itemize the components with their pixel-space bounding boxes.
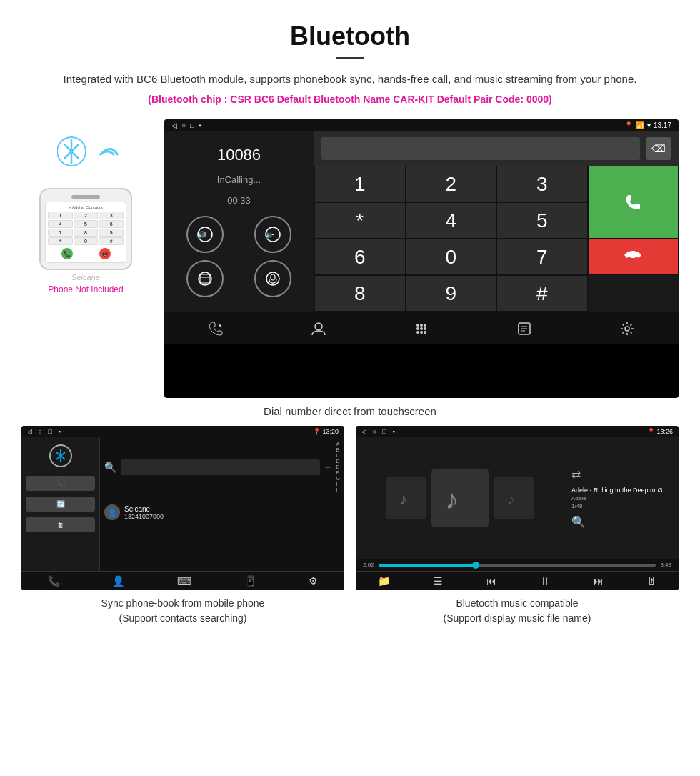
dial-key-6[interactable]: 6 — [99, 220, 124, 228]
pb-nav-settings-icon[interactable]: ⚙ — [309, 575, 318, 587]
alpha-i[interactable]: I — [336, 487, 340, 492]
backspace-button[interactable]: ⌫ — [646, 137, 671, 160]
bluetooth-symbol-icon — [57, 134, 86, 169]
phone-mockup: + Add to Contacts 1 2 3 4 5 6 7 8 9 * 0 … — [39, 188, 132, 270]
numpad-3[interactable]: 3 — [496, 166, 588, 202]
phone-end-button[interactable]: 📵 — [99, 248, 111, 259]
ms-progress-bar: 2:02 3:49 — [356, 559, 679, 571]
ms-artwork-area: ♪ ♪ ♪ — [356, 437, 564, 559]
phonebook-caption-line2: (Support contacts searching) — [119, 612, 247, 624]
dialpad-nav-icon — [414, 321, 429, 337]
phone-call-button[interactable]: 📞 — [61, 248, 73, 259]
pb-nav-call-icon[interactable]: 📞 — [48, 575, 60, 587]
alpha-d[interactable]: D — [336, 459, 340, 464]
ms-playlist-icon[interactable]: ☰ — [434, 575, 443, 587]
dialer-right-panel: ⌫ 1 2 3 * 4 5 6 0 7 8 9 # — [314, 131, 679, 312]
numpad-6[interactable]: 6 — [314, 239, 406, 275]
volume-up-button[interactable]: + 🔊 — [186, 216, 224, 253]
pb-home-icon[interactable]: ○ — [39, 428, 42, 435]
main-dialer-screenshot: ◁ ○ □ ▪ 📍 📶 ▾ 13:17 10086 InCalling... 0… — [164, 119, 679, 398]
pb-status-right: 📍 13:20 — [313, 428, 339, 435]
pb-sync-button[interactable]: 🔄 — [26, 497, 95, 512]
ms-equalizer-icon[interactable]: 🎚 — [647, 575, 657, 587]
dial-key-star[interactable]: * — [48, 237, 73, 245]
volume-down-button[interactable]: - 🔉 — [254, 216, 291, 253]
contact-info: Seicane 13241007000 — [124, 505, 164, 520]
pb-nav-phone-icon[interactable]: 📱 — [244, 575, 256, 587]
numpad-7[interactable]: 7 — [496, 239, 588, 275]
back-nav-icon[interactable]: ◁ — [171, 121, 177, 129]
dial-key-2[interactable]: 2 — [74, 212, 99, 219]
numpad-hash[interactable]: # — [496, 275, 588, 312]
alpha-g[interactable]: G — [336, 476, 340, 481]
dialer-status: InCalling... — [217, 174, 261, 185]
dial-key-1[interactable]: 1 — [48, 212, 73, 219]
dial-key-9[interactable]: 9 — [99, 229, 124, 237]
numpad-1[interactable]: 1 — [314, 166, 406, 202]
ms-play-pause-icon[interactable]: ⏸ — [540, 575, 550, 587]
ms-folder-icon[interactable]: 📁 — [378, 575, 390, 587]
dialer-left-panel: 10086 InCalling... 00:33 + 🔊 - — [164, 131, 314, 312]
ms-shuffle-icon[interactable]: ⇄ — [571, 467, 671, 481]
phone-transfer-button[interactable] — [186, 260, 224, 297]
numpad-2[interactable]: 2 — [406, 166, 497, 202]
svg-point-20 — [424, 327, 426, 330]
dial-key-hash[interactable]: # — [99, 237, 124, 245]
dialer-input-field[interactable] — [321, 137, 640, 160]
pb-nav-contacts-icon[interactable]: 👤 — [112, 575, 124, 587]
nav-contacts-icon[interactable] — [299, 315, 338, 342]
alpha-a[interactable]: A — [336, 442, 340, 447]
pb-delete-button[interactable]: 🗑 — [26, 517, 95, 532]
contact-name: Seicane — [124, 505, 164, 513]
alpha-c[interactable]: C — [336, 453, 340, 458]
dial-key-3[interactable]: 3 — [99, 212, 124, 219]
ms-progress-track[interactable] — [379, 564, 656, 567]
ms-next-icon[interactable]: ⏭ — [594, 575, 604, 587]
pb-call-button[interactable]: 📞 — [26, 476, 95, 491]
ms-prev-icon[interactable]: ⏮ — [486, 575, 496, 587]
numpad-8[interactable]: 8 — [314, 275, 406, 312]
call-accept-button[interactable] — [588, 166, 679, 239]
alpha-f[interactable]: F — [336, 470, 340, 475]
ms-back-icon[interactable]: ◁ — [361, 428, 366, 435]
alpha-h[interactable]: H — [336, 482, 340, 487]
status-bar-left: ◁ ○ □ ▪ — [171, 121, 201, 129]
numpad-0[interactable]: 0 — [406, 239, 497, 275]
pb-bluetooth-icon[interactable] — [49, 444, 72, 467]
dial-key-8[interactable]: 8 — [74, 229, 99, 237]
call-end-button[interactable] — [588, 239, 679, 275]
nav-settings-icon[interactable] — [608, 315, 646, 342]
dial-key-7[interactable]: 7 — [48, 229, 73, 237]
location-icon: 📍 — [624, 121, 633, 129]
music-note-small-left-icon: ♪ — [396, 487, 417, 509]
pb-nav-dialpad-icon[interactable]: ⌨ — [177, 575, 191, 587]
ms-recents-icon[interactable]: □ — [382, 428, 386, 435]
recents-nav-icon[interactable]: □ — [190, 121, 194, 129]
pb-search-input[interactable] — [121, 459, 320, 475]
pb-back-icon[interactable]: ◁ — [27, 428, 32, 435]
page-header: Bluetooth Integrated with BC6 Bluetooth … — [0, 0, 700, 112]
alpha-e[interactable]: E — [336, 464, 340, 469]
ms-home-icon[interactable]: ○ — [373, 428, 376, 435]
numpad-5[interactable]: 5 — [496, 202, 588, 239]
home-nav-icon[interactable]: ○ — [181, 121, 186, 129]
pb-back-arrow-icon[interactable]: ← — [324, 463, 332, 472]
dial-key-4[interactable]: 4 — [48, 220, 73, 228]
numpad-4[interactable]: 4 — [406, 202, 497, 239]
nav-call-transfer-icon[interactable] — [196, 315, 235, 342]
main-caption: Dial number direct from touchscreen — [0, 398, 700, 426]
list-item[interactable]: 👤 Seicane 13241007000 — [104, 502, 340, 523]
ms-search-icon[interactable]: 🔍 — [571, 515, 671, 529]
numpad-star[interactable]: * — [314, 202, 406, 239]
pb-recents-icon[interactable]: □ — [48, 428, 51, 435]
nav-dialpad-icon[interactable] — [402, 315, 441, 342]
alpha-b[interactable]: B — [336, 447, 340, 452]
ms-side-album-art-right: ♪ — [494, 477, 534, 519]
numpad-9[interactable]: 9 — [406, 275, 497, 312]
dial-key-5[interactable]: 5 — [74, 220, 99, 228]
dialer-container: 10086 InCalling... 00:33 + 🔊 - — [164, 131, 679, 312]
dial-key-0[interactable]: 0 — [74, 237, 99, 245]
call-transfer-nav-icon — [208, 321, 224, 337]
microphone-button[interactable] — [254, 260, 291, 297]
nav-phone-transfer-icon[interactable] — [505, 315, 544, 342]
